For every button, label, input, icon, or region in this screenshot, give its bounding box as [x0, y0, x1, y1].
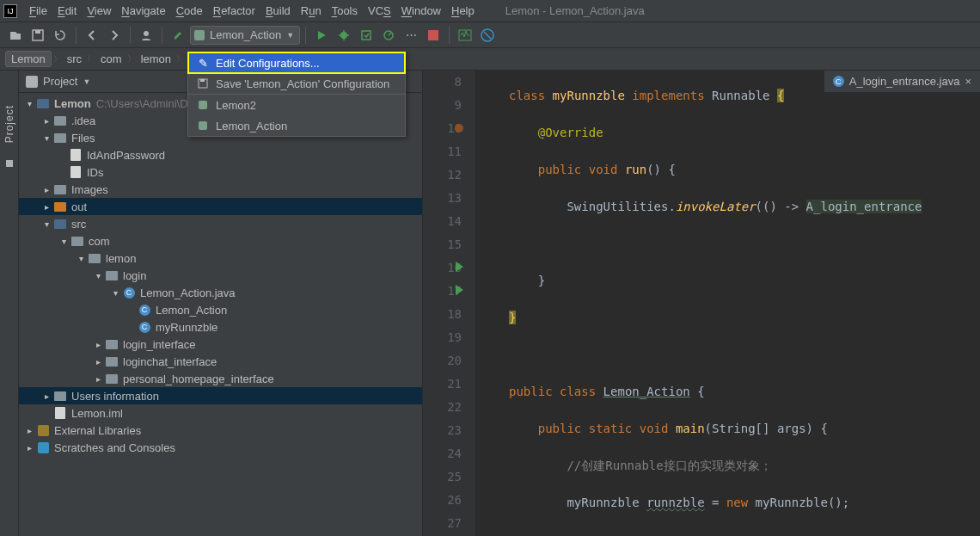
- save-configuration[interactable]: Save 'Lemon_Action' Configuration: [188, 73, 405, 94]
- structure-tab-icon[interactable]: [6, 160, 13, 167]
- project-icon: [26, 76, 38, 88]
- forward-icon[interactable]: [104, 25, 125, 46]
- save-icon: [197, 77, 209, 89]
- class-icon: C: [833, 76, 844, 87]
- run-config-label: Lemon_Action: [210, 28, 281, 41]
- hammer-icon[interactable]: [168, 25, 188, 46]
- tree-node[interactable]: ▸out: [19, 198, 422, 215]
- run-config-popup: ✎ Edit Configurations... Save 'Lemon_Act…: [187, 52, 406, 137]
- app-logo: IJ: [3, 4, 17, 18]
- breadcrumb-item[interactable]: lemon: [138, 52, 175, 65]
- menu-code[interactable]: Code: [171, 0, 208, 22]
- svg-point-2: [144, 31, 149, 36]
- tree-node[interactable]: IdAndPassword: [19, 146, 422, 163]
- tree-node[interactable]: ▸personal_homepage_interface: [19, 370, 422, 387]
- attach-icon[interactable]: ⋯: [401, 25, 421, 46]
- menu-refactor[interactable]: Refactor: [208, 0, 260, 22]
- menu-file[interactable]: File: [24, 0, 52, 22]
- menu-edit[interactable]: Edit: [52, 0, 82, 22]
- tree-node[interactable]: ▸loginchat_interface: [19, 353, 422, 370]
- project-tool-window: Project ▼ ▾LemonC:\Users\Admini\D ▸.idea…: [19, 71, 423, 536]
- tree-node[interactable]: ▸Users information: [19, 387, 422, 404]
- svg-rect-10: [200, 79, 205, 82]
- editor-gutter: 8 9 10 11 12 13 14 15 16 17 18 19 20 21 …: [423, 71, 475, 536]
- stop-icon[interactable]: [423, 25, 444, 46]
- app-config-icon: [197, 120, 209, 132]
- svg-rect-4: [362, 31, 371, 40]
- window-title: Lemon - Lemon_Action.java: [505, 4, 645, 17]
- breadcrumb: Lemon 〉 src 〉 com 〉 lemon 〉 logir: [0, 48, 980, 71]
- svg-rect-1: [35, 30, 40, 34]
- coverage-icon[interactable]: [356, 25, 377, 46]
- config-item[interactable]: Lemon_Action: [188, 115, 405, 136]
- menu-vcs[interactable]: VCS: [363, 0, 396, 22]
- edit-configurations[interactable]: ✎ Edit Configurations...: [188, 52, 405, 73]
- menu-view[interactable]: View: [82, 0, 116, 22]
- menu-help[interactable]: Help: [446, 0, 480, 22]
- tree-node[interactable]: ▾com: [19, 232, 422, 250]
- activity-icon[interactable]: [455, 25, 475, 46]
- svg-rect-6: [428, 30, 438, 40]
- tree-node[interactable]: Lemon.iml: [19, 404, 422, 422]
- tree-node[interactable]: CmyRunnzble: [19, 318, 422, 336]
- refresh-icon[interactable]: [50, 25, 70, 46]
- tree-node[interactable]: ▸Images: [19, 181, 422, 198]
- menu-run[interactable]: Run: [296, 0, 327, 22]
- run-config-dropdown[interactable]: Lemon_Action ▼: [190, 26, 300, 45]
- menu-window[interactable]: Window: [396, 0, 446, 22]
- tree-node[interactable]: ▾src: [19, 215, 422, 232]
- run-icon[interactable]: [311, 25, 332, 46]
- tree-node[interactable]: CLemon_Action: [19, 301, 422, 318]
- tree-node[interactable]: ▾login: [19, 267, 422, 284]
- project-header-label: Project: [43, 75, 77, 88]
- code-content[interactable]: class myRunnzble implements Runnable { @…: [475, 71, 980, 536]
- toolbar: Lemon_Action ▼ ⋯: [0, 22, 980, 48]
- profiler-icon[interactable]: [378, 25, 399, 46]
- save-icon[interactable]: [28, 25, 48, 46]
- menu-bar: IJ File Edit View Navigate Code Refactor…: [0, 0, 980, 22]
- menu-tools[interactable]: Tools: [327, 0, 363, 22]
- edit-icon: ✎: [197, 57, 209, 69]
- debug-icon[interactable]: [334, 25, 354, 46]
- tree-node[interactable]: ▾CLemon_Action.java: [19, 284, 422, 301]
- svg-point-3: [340, 32, 347, 39]
- breadcrumb-item[interactable]: com: [97, 52, 126, 65]
- menu-build[interactable]: Build: [260, 0, 296, 22]
- tool-window-bar: Project: [0, 71, 19, 536]
- tree-node[interactable]: ▸Scratches and Consoles: [19, 439, 422, 456]
- tree-node[interactable]: IDs: [19, 163, 422, 181]
- tree-node[interactable]: ▾lemon: [19, 250, 422, 267]
- run-config-icon: [194, 30, 205, 40]
- project-tab[interactable]: Project: [3, 105, 15, 143]
- menu-navigate[interactable]: Navigate: [116, 0, 170, 22]
- chevron-down-icon: ▼: [286, 31, 294, 40]
- project-tree: ▾LemonC:\Users\Admini\D ▸.idea ▾Files Id…: [19, 93, 422, 536]
- editor-tab-label: A_login_entrance.java: [849, 75, 960, 88]
- profile-icon[interactable]: [136, 25, 156, 46]
- breadcrumb-item[interactable]: src: [64, 52, 85, 65]
- app-config-icon: [197, 99, 209, 111]
- chevron-down-icon[interactable]: ▼: [83, 77, 90, 86]
- tree-node[interactable]: ▸login_interface: [19, 336, 422, 353]
- close-icon[interactable]: ×: [965, 75, 971, 88]
- tree-node[interactable]: ▸External Libraries: [19, 422, 422, 439]
- config-item[interactable]: Lemon2: [188, 95, 405, 115]
- open-icon[interactable]: [5, 25, 26, 46]
- stop-circle-icon[interactable]: [477, 25, 498, 46]
- editor-tab[interactable]: C A_login_entrance.java ×: [824, 71, 980, 93]
- code-editor[interactable]: 8 9 10 11 12 13 14 15 16 17 18 19 20 21 …: [423, 71, 980, 536]
- back-icon[interactable]: [82, 25, 102, 46]
- breadcrumb-root[interactable]: Lemon: [5, 51, 52, 67]
